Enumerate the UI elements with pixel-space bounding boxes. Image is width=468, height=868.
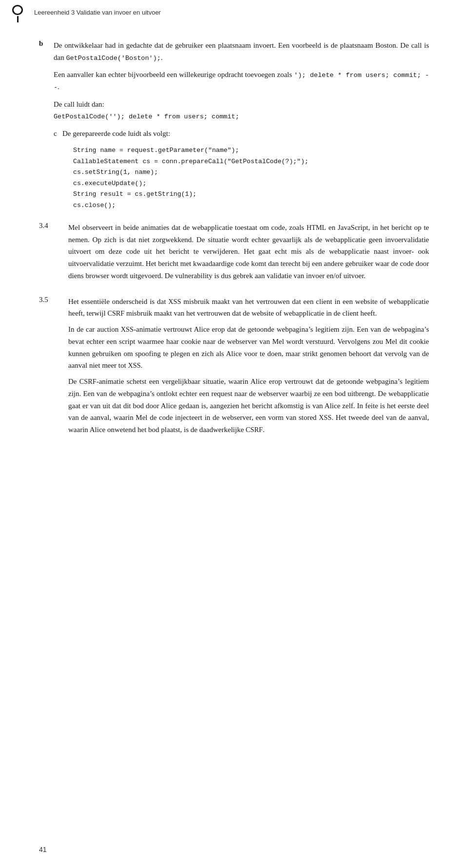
section-3-5-number: 3.5 <box>39 296 68 304</box>
code-inline-3: GetPostalCode(''); delete * from users; … <box>54 113 239 120</box>
section-b-para4: c De gerepareerde code luidt als volgt: <box>54 128 429 140</box>
section-3-5-content: Het essentiële onderscheid is dat XSS mi… <box>68 296 429 440</box>
breadcrumb: Leereenheid 3 Validatie van invoer en ui… <box>34 9 161 16</box>
section-3-5-para1: Het essentiële onderscheid is dat XSS mi… <box>68 296 429 320</box>
logo <box>11 5 24 22</box>
section-b-para1: De ontwikkelaar had in gedachte dat de g… <box>54 39 429 64</box>
csrf-smallcaps-2: CSRF <box>79 377 97 385</box>
logo-icon <box>11 5 24 22</box>
section-3-5-para3: De CSRF-animatie schetst een vergelijkba… <box>68 376 429 436</box>
csrf-smallcaps-3: CSRF <box>246 426 263 434</box>
section-3-4-number: 3.4 <box>39 222 68 230</box>
section-b: b De ontwikkelaar had in gedachte dat de… <box>39 39 429 217</box>
xss-smallcaps-2: XSS <box>121 325 134 333</box>
code-inline-1: GetPostalCode('Boston'); <box>66 55 160 62</box>
section-3-4-content: Mel observeert in beide animaties dat de… <box>68 222 429 286</box>
footer-page-number: 41 <box>39 846 47 853</box>
section-b-label: b <box>39 39 54 217</box>
code-block-main: String name = request.getParameter("name… <box>73 145 429 211</box>
section-3-4: 3.4 Mel observeert in beide animaties da… <box>39 222 429 286</box>
logo-bar <box>17 16 19 22</box>
html-smallcaps: HTML <box>307 224 326 231</box>
header: Leereenheid 3 Validatie van invoer en ui… <box>0 0 468 25</box>
page: Leereenheid 3 Validatie van invoer en ui… <box>0 0 468 868</box>
main-content: b De ontwikkelaar had in gedachte dat de… <box>0 25 468 479</box>
xss-smallcaps-3: XSS <box>128 361 140 369</box>
xss-smallcaps-4: XSS <box>319 414 332 421</box>
section-b-para2: Een aanvaller kan echter bijvoorbeeld ee… <box>54 69 429 94</box>
section-b-content: De ontwikkelaar had in gedachte dat de g… <box>54 39 429 217</box>
xss-smallcaps-1: XSS <box>168 298 181 305</box>
section-b-para3: De call luidt dan: GetPostalCode(''); de… <box>54 98 429 123</box>
section-3-5: 3.5 Het essentiële onderscheid is dat XS… <box>39 296 429 440</box>
code-inline-2: '); delete * from users; commit; -- <box>54 72 429 91</box>
section-3-4-para1: Mel observeert in beide animaties dat de… <box>68 222 429 282</box>
logo-circle <box>12 5 23 15</box>
section-3-5-para2: In de car auction XSS-animatie vertrouwt… <box>68 323 429 372</box>
csrf-smallcaps-1: CSRF <box>107 309 124 317</box>
